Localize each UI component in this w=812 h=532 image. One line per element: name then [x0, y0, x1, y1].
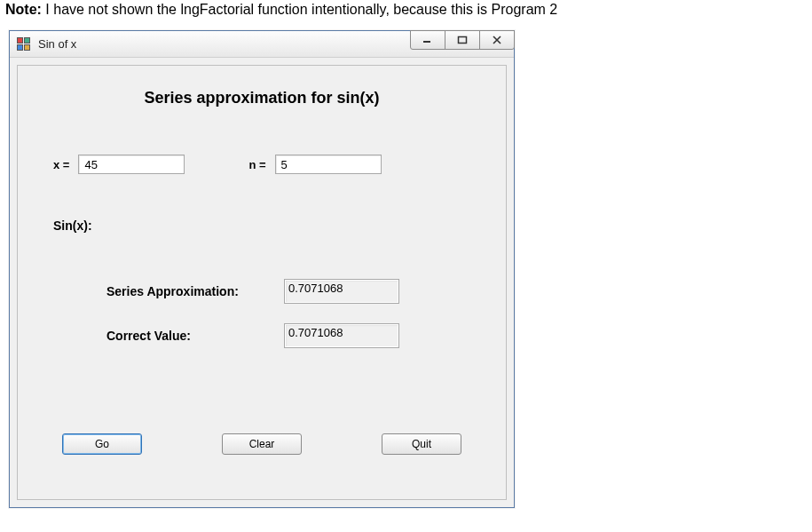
note-body: I have not shown the lngFactorial functi…: [42, 2, 557, 17]
minimize-icon: [422, 36, 433, 44]
svg-rect-0: [423, 41, 430, 43]
sinx-label: Sin(x):: [53, 218, 92, 233]
app-icon: [17, 37, 31, 52]
correct-output: 0.7071068: [284, 323, 399, 348]
button-row: Go Clear Quit: [53, 433, 470, 455]
note-label: Note:: [5, 2, 42, 17]
note-text: Note: I have not shown the lngFactorial …: [0, 0, 812, 21]
x-input[interactable]: [78, 155, 185, 174]
maximize-icon: [457, 36, 468, 44]
series-output: 0.7071068: [284, 279, 399, 304]
clear-button[interactable]: Clear: [222, 433, 302, 455]
titlebar[interactable]: Sin of x: [10, 31, 514, 58]
client-area: Series approximation for sin(x) x = n = …: [10, 58, 514, 507]
series-label: Series Approximation:: [106, 284, 284, 298]
correct-label: Correct Value:: [106, 329, 284, 343]
close-button[interactable]: [479, 30, 515, 50]
window-title: Sin of x: [38, 37, 76, 51]
window-controls: [411, 30, 515, 50]
input-row: x = n =: [53, 155, 470, 174]
app-window: Sin of x Series approximation for sin(x)…: [9, 30, 515, 508]
form-panel: Series approximation for sin(x) x = n = …: [17, 65, 507, 500]
quit-button[interactable]: Quit: [382, 433, 461, 455]
svg-rect-1: [459, 37, 467, 44]
x-label: x =: [53, 158, 69, 171]
minimize-button[interactable]: [410, 30, 445, 50]
correct-row: Correct Value: 0.7071068: [106, 323, 399, 348]
close-icon: [492, 36, 502, 44]
series-row: Series Approximation: 0.7071068: [106, 279, 399, 304]
maximize-button[interactable]: [445, 30, 480, 50]
n-input[interactable]: [275, 155, 382, 174]
go-button[interactable]: Go: [62, 433, 142, 455]
form-heading: Series approximation for sin(x): [18, 89, 506, 107]
n-label: n =: [248, 158, 265, 171]
